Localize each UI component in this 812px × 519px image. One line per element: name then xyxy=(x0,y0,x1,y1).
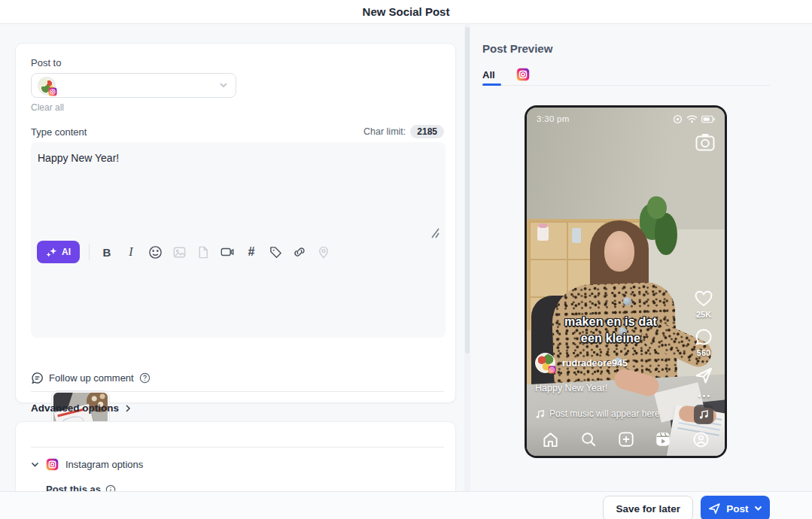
ai-label: AI xyxy=(62,247,71,257)
follow-up-comment-label: Follow up comment xyxy=(49,372,134,384)
footer-bar: Save for later Post xyxy=(0,491,812,519)
content-text[interactable]: Happy New Year! xyxy=(38,152,119,164)
shirt-button xyxy=(623,297,631,305)
editor-toolbar: AI B I # xyxy=(37,240,332,264)
caption-line: een kleine xyxy=(527,330,695,347)
like-heart-icon[interactable] xyxy=(694,290,713,308)
camera-icon[interactable] xyxy=(695,133,715,151)
video-frame-cup xyxy=(537,226,549,241)
reel-action-rail: 25K 560 xyxy=(689,290,719,424)
bold-button[interactable]: B xyxy=(99,244,115,260)
active-tab-indicator xyxy=(482,83,501,86)
resize-grip-icon[interactable] xyxy=(429,228,439,238)
follow-up-comment-button[interactable]: Follow up comment xyxy=(31,372,151,384)
phone-screen: 3:30 pm maken en is dat een kleine xyxy=(527,108,725,456)
tag-button[interactable] xyxy=(267,244,284,260)
link-button[interactable] xyxy=(291,244,308,260)
toolbar-divider xyxy=(89,244,90,260)
video-captions: maken en is dat een kleine xyxy=(527,314,695,347)
scrollbar-track[interactable] xyxy=(464,24,470,493)
clear-all-link[interactable]: Clear all xyxy=(31,102,64,113)
person-face xyxy=(604,231,634,272)
comments-icon[interactable] xyxy=(695,328,713,346)
advanced-options-button[interactable]: Advanced options xyxy=(31,402,131,414)
instagram-icon xyxy=(46,458,59,471)
reel-caption: Happy New Year! xyxy=(535,383,608,393)
italic-button[interactable]: I xyxy=(123,244,139,260)
ai-assist-button[interactable]: AI xyxy=(37,241,80,263)
divider xyxy=(31,391,444,392)
post-button[interactable]: Post xyxy=(701,496,770,519)
video-frame-jar xyxy=(572,228,581,243)
reel-bottom-nav xyxy=(527,423,725,456)
help-circle-icon[interactable] xyxy=(139,372,151,384)
more-options-icon[interactable] xyxy=(698,395,710,397)
account-row: rudradeore945 xyxy=(535,353,628,373)
battery-icon xyxy=(701,115,715,123)
content-editor[interactable]: Happy New Year! AI B I # xyxy=(31,142,446,338)
image-button[interactable] xyxy=(171,244,187,260)
video-button[interactable] xyxy=(219,244,236,260)
scrollbar-thumb[interactable] xyxy=(465,27,470,354)
chevron-down-icon xyxy=(31,462,39,468)
advanced-options-label: Advanced options xyxy=(31,402,119,414)
char-limit-badge: 2185 xyxy=(410,125,444,138)
create-post-icon[interactable] xyxy=(618,431,634,448)
phone-preview: 3:30 pm maken en is dat een kleine xyxy=(525,105,727,458)
plant xyxy=(655,213,677,255)
search-icon[interactable] xyxy=(580,431,597,448)
char-limit-label: Char limit: xyxy=(363,126,406,137)
instagram-options-toggle[interactable]: Instagram options xyxy=(31,458,143,471)
preview-area: 3:30 pm maken en is dat een kleine xyxy=(470,24,812,519)
chevron-right-icon xyxy=(125,404,131,413)
emoji-button[interactable] xyxy=(147,244,163,260)
send-plane-icon xyxy=(708,502,721,514)
page-title: New Social Post xyxy=(0,5,812,18)
post-button-label: Post xyxy=(726,503,748,514)
music-row: Post music will appear here xyxy=(535,408,660,419)
reel-avatar xyxy=(535,353,555,373)
header: New Social Post xyxy=(0,0,812,24)
instagram-badge-icon xyxy=(548,366,556,374)
instagram-badge-icon xyxy=(48,87,57,96)
char-limit: Char limit:2185 xyxy=(363,125,444,138)
plant xyxy=(647,196,667,219)
caption-line: maken en is dat xyxy=(527,314,695,330)
post-to-label: Post to xyxy=(31,57,61,68)
likes-count: 25K xyxy=(696,310,711,319)
instagram-options-label: Instagram options xyxy=(65,459,143,470)
home-icon[interactable] xyxy=(542,431,559,448)
ai-sparkles-icon xyxy=(46,247,58,258)
status-time: 3:30 pm xyxy=(537,114,570,123)
account-avatar xyxy=(38,77,56,95)
reel-username[interactable]: rudradeore945 xyxy=(562,358,628,369)
divider xyxy=(31,447,444,448)
post-to-select[interactable] xyxy=(31,73,236,98)
wifi-icon xyxy=(686,114,698,123)
location-button[interactable] xyxy=(315,244,332,260)
hashtag-button[interactable]: # xyxy=(243,244,260,260)
document-button[interactable] xyxy=(195,244,211,260)
profile-icon[interactable] xyxy=(692,431,710,448)
phone-status-bar: 3:30 pm xyxy=(527,112,725,126)
type-content-label: Type content xyxy=(31,126,87,138)
share-plane-icon[interactable] xyxy=(695,366,713,384)
composer-card: Post to Clear all Type content Char limi… xyxy=(15,43,456,403)
comments-count: 560 xyxy=(697,348,710,357)
music-text: Post music will appear here xyxy=(549,408,660,419)
reels-icon[interactable] xyxy=(655,431,671,448)
main-content: Post to Clear all Type content Char limi… xyxy=(0,24,812,519)
screen-record-icon xyxy=(673,114,683,124)
chevron-down-icon xyxy=(754,505,762,511)
music-note-icon xyxy=(535,409,545,419)
comment-bubble-icon xyxy=(31,372,44,384)
new-social-post-window: New Social Post Post to Clear all Type c… xyxy=(0,0,812,519)
save-for-later-button[interactable]: Save for later xyxy=(603,496,693,519)
music-album-icon[interactable] xyxy=(694,405,713,424)
chevron-down-icon xyxy=(219,82,228,88)
